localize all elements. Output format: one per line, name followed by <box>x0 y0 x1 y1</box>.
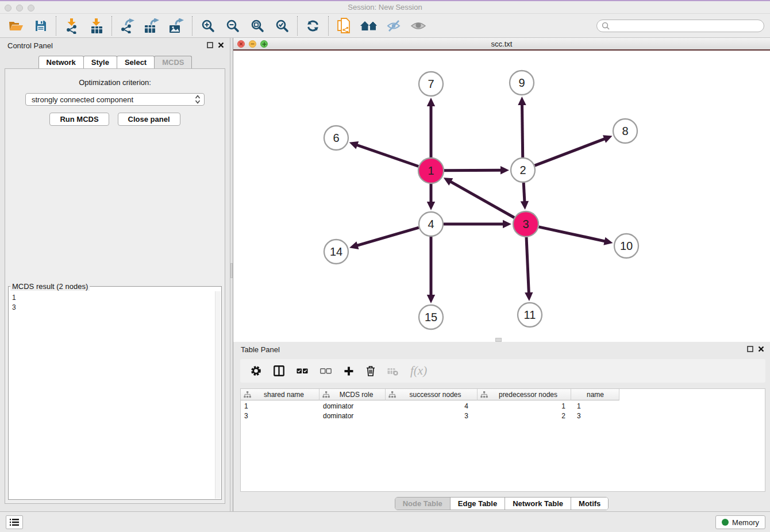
first-neighbors-button[interactable] <box>332 15 356 37</box>
network-view-window: scc.txt 7968124314101511 <box>233 38 770 342</box>
graph-edge-1-6[interactable] <box>356 145 418 167</box>
table-cell[interactable]: 1 <box>478 402 571 411</box>
column-label: MCDS role <box>330 391 385 399</box>
graph-edge-2-8[interactable] <box>535 138 606 165</box>
horizontal-splitter-grip[interactable] <box>495 338 502 342</box>
graph-node-label: 7 <box>428 78 434 90</box>
close-panel-icon[interactable] <box>218 42 224 48</box>
optimization-criterion-label: Optimization criterion: <box>5 78 225 87</box>
memory-status-icon <box>722 519 729 526</box>
node-table-header: shared name MCDS role successor nodes pr… <box>241 389 765 400</box>
zoom-fit-button[interactable] <box>245 15 270 37</box>
export-image-button[interactable] <box>164 15 189 37</box>
window-minimize-button[interactable] <box>16 5 23 11</box>
show-details-button[interactable] <box>406 15 430 37</box>
optimization-criterion-select[interactable]: strongly connected component <box>25 93 205 106</box>
import-network-button[interactable] <box>59 15 84 37</box>
mcds-result-scrollbar[interactable] <box>215 291 221 499</box>
export-table-button[interactable] <box>140 15 164 37</box>
graph-edge-3-11[interactable] <box>526 237 529 294</box>
tab-network-table[interactable]: Network Table <box>505 498 571 510</box>
network-canvas[interactable]: 7968124314101511 <box>233 51 770 341</box>
graph-edge-4-14[interactable] <box>356 228 419 246</box>
network-minimize-button[interactable] <box>249 40 256 48</box>
window-close-button[interactable] <box>5 5 11 11</box>
refresh-button[interactable] <box>301 15 325 37</box>
select-all-columns-button[interactable] <box>297 368 308 374</box>
graph-edge-3-1[interactable] <box>449 181 514 218</box>
close-panel-icon[interactable] <box>758 346 764 352</box>
zoom-in-button[interactable] <box>195 15 220 37</box>
graph-edge-3-10[interactable] <box>538 227 606 241</box>
create-column-button[interactable] <box>344 366 354 376</box>
table-settings-button[interactable] <box>251 365 261 376</box>
table-cell[interactable]: 3 <box>571 412 619 421</box>
table-panel: Table Panel <box>233 342 770 511</box>
show-columns-button[interactable] <box>274 365 284 376</box>
graph-node-label: 2 <box>519 164 526 176</box>
network-maximize-button[interactable] <box>260 40 268 48</box>
home-layout-button[interactable] <box>356 15 381 37</box>
network-view-titlebar[interactable]: scc.txt <box>233 38 770 51</box>
delete-columns-button[interactable] <box>366 365 375 376</box>
deselect-all-columns-button[interactable] <box>320 368 332 374</box>
import-table-icon <box>90 18 103 34</box>
mcds-result-legend: MCDS result (2 nodes) <box>10 282 90 291</box>
save-session-button[interactable] <box>28 15 53 37</box>
hierarchy-icon <box>480 391 488 398</box>
table-row[interactable]: 1dominator411 <box>241 402 765 411</box>
column-header-MCDS-role[interactable]: MCDS role <box>319 389 386 400</box>
mcds-result-area[interactable]: 1 3 <box>9 291 221 499</box>
graph-edge-arrow <box>427 202 435 210</box>
refresh-icon <box>306 19 320 33</box>
table-cell[interactable]: dominator <box>319 412 386 421</box>
tab-edge-table[interactable]: Edge Table <box>451 498 505 510</box>
graph-edge-1-2[interactable] <box>444 170 502 171</box>
window-zoom-button[interactable] <box>28 5 34 11</box>
mcds-result-lines: 1 3 <box>12 293 213 313</box>
open-session-button[interactable] <box>3 15 28 37</box>
tab-network[interactable]: Network <box>38 56 84 68</box>
search-field[interactable] <box>596 20 764 32</box>
network-close-button[interactable] <box>237 40 245 48</box>
graph-edge-2-3[interactable] <box>523 183 525 203</box>
column-header-shared-name[interactable]: shared name <box>241 389 319 400</box>
function-builder-button[interactable]: f(x) <box>410 364 427 378</box>
tab-select[interactable]: Select <box>117 56 155 68</box>
delete-table-button[interactable] <box>387 367 398 376</box>
tab-node-table[interactable]: Node Table <box>395 498 451 510</box>
search-input[interactable] <box>612 22 759 30</box>
import-table-button[interactable] <box>84 15 109 37</box>
table-cell[interactable]: 2 <box>478 412 571 421</box>
float-panel-icon[interactable] <box>747 346 753 352</box>
table-panel-tabs: Node TableEdge TableNetwork TableMotifs <box>233 497 770 510</box>
splitter-grip[interactable] <box>230 263 233 278</box>
table-row[interactable]: 3dominator323 <box>241 412 765 421</box>
export-network-button[interactable] <box>115 15 140 37</box>
column-header-predecessor-nodes[interactable]: predecessor nodes <box>478 389 571 400</box>
tab-style[interactable]: Style <box>83 56 117 68</box>
column-header-name[interactable]: name <box>571 389 619 400</box>
node-table: shared name MCDS role successor nodes pr… <box>240 388 765 492</box>
run-mcds-button[interactable]: Run MCDS <box>49 113 109 126</box>
task-history-button[interactable] <box>6 515 23 529</box>
table-cell[interactable]: 1 <box>571 402 619 411</box>
table-cell[interactable]: 3 <box>241 412 319 421</box>
hide-details-button[interactable] <box>381 15 406 37</box>
table-cell[interactable]: 3 <box>386 412 478 421</box>
mcds-result-box: MCDS result (2 nodes) 1 3 <box>8 282 222 500</box>
column-header-successor-nodes[interactable]: successor nodes <box>386 389 478 400</box>
table-cell[interactable]: 4 <box>386 402 478 411</box>
zoom-out-button[interactable] <box>220 15 245 37</box>
tab-motifs[interactable]: Motifs <box>571 498 608 510</box>
table-cell[interactable]: 1 <box>241 402 319 411</box>
memory-button[interactable]: Memory <box>715 515 765 529</box>
zoom-selected-button[interactable] <box>270 15 294 37</box>
graph-edge-2-9[interactable] <box>522 103 522 157</box>
select-stepper-icon <box>195 95 201 104</box>
table-cell[interactable]: dominator <box>319 402 386 411</box>
float-panel-icon[interactable] <box>207 42 213 48</box>
close-panel-button[interactable]: Close panel <box>118 113 180 126</box>
tab-mcds[interactable]: MCDS <box>154 56 192 68</box>
columns-icon <box>274 365 284 376</box>
